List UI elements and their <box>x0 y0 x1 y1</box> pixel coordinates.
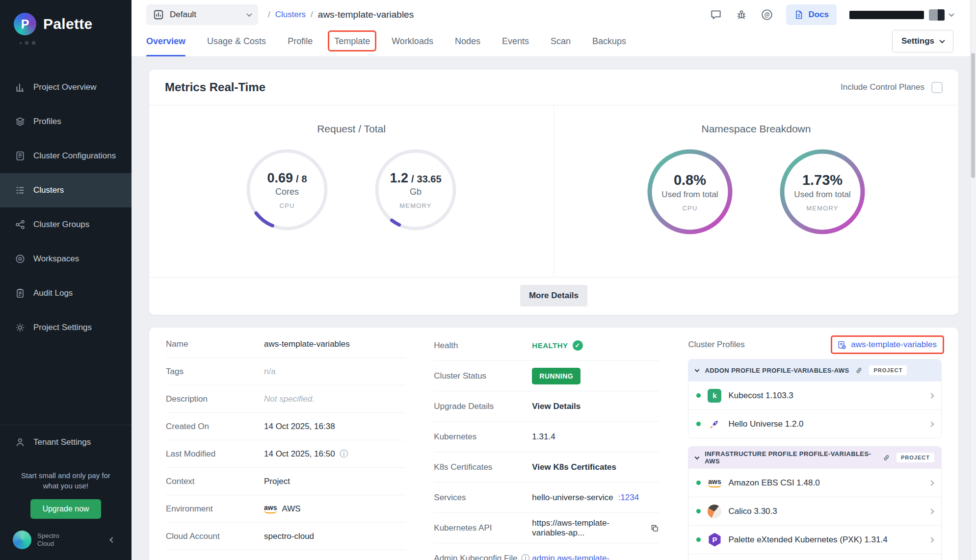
addon-profile-group: ADDON PROFILE PROFILE-VARIABLES-AWS PROJ… <box>688 359 942 438</box>
project-selector[interactable]: Default <box>146 4 258 25</box>
tab-template[interactable]: Template <box>334 36 370 47</box>
admin-kubeconfig-link[interactable]: admin.aws-template- <box>532 554 609 560</box>
status-dot <box>696 481 701 485</box>
nodes-icon <box>15 219 26 230</box>
sidebar-item-workspaces[interactable]: Workspaces <box>0 242 132 276</box>
sidebar-item-label: Clusters <box>33 185 64 195</box>
bug-icon[interactable] <box>735 8 748 21</box>
app-window: P Palette Project Overview Profiles Clus… <box>0 0 976 560</box>
details-middle-column: Health HEALTHY✓ Cluster Status RUNNING U… <box>434 331 659 560</box>
user-menu[interactable] <box>849 9 953 21</box>
sidebar-item-tenant-settings[interactable]: Tenant Settings <box>0 425 132 459</box>
breadcrumb-clusters-link[interactable]: Clusters <box>275 10 306 20</box>
request-total-heading: Request / Total <box>317 123 386 135</box>
include-control-planes-checkbox[interactable] <box>931 82 943 93</box>
namespace-breakdown-panel: Namespace Breakdown 0.8% Used from total <box>554 105 958 277</box>
svg-text:@: @ <box>764 11 770 18</box>
sidebar-item-label: Workspaces <box>33 254 79 264</box>
rocket-icon <box>708 417 721 431</box>
cluster-status-badge: RUNNING <box>532 368 580 384</box>
upgrade-now-button[interactable]: Upgrade now <box>30 499 101 519</box>
pxk-icon: P <box>708 533 721 547</box>
cluster-name-value: aws-template-variables <box>264 339 350 349</box>
settings-button[interactable]: Settings <box>892 30 953 52</box>
scope-badge: PROJECT <box>897 453 934 462</box>
cluster-profiles-column: Cluster Profiles aws-template-variables … <box>688 331 942 560</box>
view-k8s-certificates-link[interactable]: View K8s Certificates <box>532 462 616 472</box>
docs-button[interactable]: Docs <box>786 4 837 25</box>
scope-badge: PROJECT <box>869 365 907 375</box>
sidebar-nav: Project Overview Profiles Cluster Config… <box>0 70 132 345</box>
description-value: Not specified. <box>264 394 315 404</box>
clipboard-icon <box>15 288 26 299</box>
sidebar-item-audit-logs[interactable]: Audit Logs <box>0 276 132 310</box>
topbar: Default / Clusters / aws-template-variab… <box>132 0 976 26</box>
profile-pack-ubuntu[interactable]: Ubuntu (AWS) 22.04 <box>688 554 941 560</box>
list-icon <box>15 185 26 196</box>
namespace-cpu-value: 0.8% <box>674 172 706 188</box>
cluster-profile-link[interactable]: aws-template-variables <box>832 336 942 354</box>
chat-icon[interactable] <box>710 8 722 21</box>
health-status-value: HEALTHY <box>532 341 568 350</box>
profile-doc-icon <box>837 340 846 350</box>
calico-icon <box>708 505 721 518</box>
chevron-right-icon <box>928 480 934 485</box>
cpu-gauge: 0.69 / 8 Cores CPU <box>245 148 329 232</box>
infrastructure-profile-header[interactable]: INFRASTRUCTURE PROFILE PROFILE-VARIABLES… <box>688 447 941 468</box>
environment-value: AWS <box>282 504 300 514</box>
chevron-down-icon <box>695 455 700 459</box>
sidebar-item-cluster-configurations[interactable]: Cluster Configurations <box>0 139 132 173</box>
status-dot <box>696 509 701 513</box>
namespace-cpu-label: CPU <box>682 204 697 212</box>
brand-name: Palette <box>43 16 92 32</box>
tags-value: n/a <box>264 367 276 377</box>
profile-pack-amazon-ebs-csi[interactable]: aws Amazon EBS CSI 1.48.0 <box>688 468 941 497</box>
cpu-gauge-label: CPU <box>279 202 294 209</box>
scrollbar-thumb[interactable] <box>971 53 975 178</box>
sidebar-item-cluster-groups[interactable]: Cluster Groups <box>0 207 132 242</box>
chevron-right-icon <box>928 537 934 542</box>
info-icon[interactable]: ⓘ <box>340 448 348 459</box>
addon-profile-header[interactable]: ADDON PROFILE PROFILE-VARIABLES-AWS PROJ… <box>688 359 941 381</box>
tab-profile[interactable]: Profile <box>288 26 313 56</box>
tab-overview[interactable]: Overview <box>146 26 185 56</box>
sidebar-item-label: Tenant Settings <box>33 437 91 447</box>
sidebar-item-project-settings[interactable]: Project Settings <box>0 310 132 345</box>
view-details-link[interactable]: View Details <box>532 402 580 411</box>
project-selector-value: Default <box>170 10 196 20</box>
tab-events[interactable]: Events <box>502 26 529 56</box>
sidebar-item-clusters[interactable]: Clusters <box>0 173 132 207</box>
breadcrumb-current: aws-template-variables <box>318 9 414 20</box>
profile-pack-kubecost[interactable]: k Kubecost 1.103.3 <box>688 381 941 409</box>
sidebar-collapse-button[interactable] <box>105 533 120 547</box>
link-icon <box>882 454 891 462</box>
profile-pack-hello-universe[interactable]: Hello Universe 1.2.0 <box>688 409 941 438</box>
cloud-account-value: spectro-cloud <box>264 532 314 541</box>
document-icon <box>794 10 804 20</box>
tab-backups[interactable]: Backups <box>592 26 626 56</box>
memory-gauge: 1.2 / 33.65 Gb MEMORY <box>373 148 458 232</box>
sidebar-item-profiles[interactable]: Profiles <box>0 104 132 139</box>
chevron-down-icon <box>949 11 954 17</box>
kubecost-icon: k <box>708 389 721 403</box>
brand-dots <box>20 41 132 45</box>
cluster-tabs-bar: Overview Usage & Costs Profile Template … <box>132 26 976 57</box>
page-scrollbar[interactable] <box>970 0 976 560</box>
upgrade-message: Start small and only pay for what you us… <box>13 470 119 492</box>
sidebar-item-label: Cluster Groups <box>33 220 89 229</box>
profile-pack-calico[interactable]: Calico 3.30.3 <box>688 497 941 525</box>
tab-scan[interactable]: Scan <box>551 26 571 56</box>
at-mentions-icon[interactable]: @ <box>761 8 773 21</box>
profile-pack-pxk[interactable]: P Palette eXtended Kubernetes (PXK) 1.31… <box>688 525 941 554</box>
tab-nodes[interactable]: Nodes <box>455 26 480 56</box>
more-details-button[interactable]: More Details <box>520 285 587 306</box>
copy-icon[interactable] <box>650 523 659 533</box>
details-left-column: Nameaws-template-variables Tagsn/a Descr… <box>166 331 405 560</box>
status-dot <box>696 537 701 542</box>
info-icon[interactable]: ⓘ <box>521 553 529 560</box>
service-port-link[interactable]: :1234 <box>618 493 639 503</box>
tab-workloads[interactable]: Workloads <box>392 26 433 56</box>
tab-usage-costs[interactable]: Usage & Costs <box>207 26 266 56</box>
status-dot <box>696 393 701 398</box>
sidebar-item-project-overview[interactable]: Project Overview <box>0 70 132 104</box>
